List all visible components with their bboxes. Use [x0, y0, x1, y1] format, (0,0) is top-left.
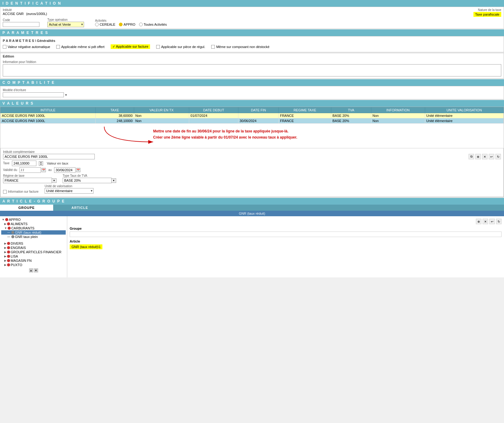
sigma-button[interactable]: Σ: [39, 161, 43, 166]
activite-cereale-item[interactable]: CEREALE: [95, 23, 115, 26]
tree-item-groupe-fin[interactable]: ▶ GROUPE ARTICLES FINANCIER: [1, 250, 66, 254]
taxe-input[interactable]: [12, 161, 36, 166]
row2-valeur: Non: [134, 118, 189, 124]
add-icon[interactable]: ⊕: [475, 154, 481, 159]
tree-item-gnr-reduit[interactable]: — GNR (taux réduit): [1, 230, 66, 235]
tree-item-gnr-plein[interactable]: — GNR taux plein: [1, 235, 66, 239]
tree-label-magasin-fn: MAGASIN FN: [11, 259, 31, 262]
tree-item-lisa[interactable]: ▶ LISA: [1, 254, 66, 258]
engrais-expander-icon: ▶: [4, 246, 6, 249]
tree-item-carburants[interactable]: ▼ CARBURANTS: [1, 226, 66, 230]
ag-delete-icon[interactable]: ✕: [483, 219, 488, 224]
modele-expand-icon[interactable]: ▼: [64, 93, 68, 97]
valeur-negative-item[interactable]: Valeur négative automatique: [3, 45, 50, 49]
ag-detail-panel: ⊕ ✕ ↩ ↻ Groupe Article GNR (taux réduit)…: [67, 216, 504, 277]
validite-to-input[interactable]: [54, 167, 75, 173]
carburants-icon: [8, 227, 11, 230]
puxto-expander-icon: ▶: [4, 263, 6, 266]
tree-item-appro[interactable]: ▼ APPRO: [1, 217, 66, 222]
valeurs-table: INTITULE TAXE VALEUR EN TX DATE DEBUT DA…: [0, 107, 504, 124]
ag-add-icon[interactable]: ⊕: [476, 219, 481, 224]
tree-label-carburants: CARBURANTS: [11, 226, 35, 230]
applicable-piece-item[interactable]: Applicable sur pièce de régul.: [156, 45, 205, 49]
col-unite: UNITE VALORISATION: [425, 107, 504, 113]
tab-article[interactable]: ARTICLE: [53, 205, 107, 211]
applicable-piece-label: Applicable sur pièce de régul.: [161, 45, 205, 49]
tree-item-magasin-fn[interactable]: ▶ MAGASIN FN: [1, 258, 66, 263]
aliments-icon: [7, 222, 10, 225]
activite-toutes-item[interactable]: Toutes Activités: [139, 23, 167, 26]
nature-taxe-value: Taxe parafiscale: [473, 12, 502, 17]
intitule-comp-input[interactable]: [3, 154, 95, 159]
appro-radio-icon: [119, 23, 123, 26]
info-facture-item[interactable]: Information sur facture: [3, 190, 39, 194]
applicable-facture-label: ✓ Applicable sur facture: [111, 44, 150, 49]
row2-date-fin: 30/06/2024: [238, 118, 278, 124]
row1-info: Non: [371, 113, 425, 118]
undo-icon[interactable]: ↩: [489, 154, 494, 159]
activite-appro-item[interactable]: APPRO: [119, 23, 135, 26]
tree-item-engrais[interactable]: ▶ ENGRAIS: [1, 246, 66, 250]
magasin-fn-expander-icon: ▶: [4, 259, 6, 262]
tree-label-engrais: ENGRAIS: [11, 246, 26, 250]
cereale-radio-icon: [95, 23, 99, 26]
row2-tva: BASE 20%: [331, 118, 371, 124]
regime-arrow-icon[interactable]: ▼: [52, 178, 57, 183]
delete-icon[interactable]: ✕: [482, 154, 487, 159]
col-tva: TVA: [331, 107, 371, 113]
validite-from-input[interactable]: [20, 167, 41, 173]
tree-item-aliments[interactable]: ▶ ALIMENTS: [1, 222, 66, 226]
tree-label-appro: APPRO: [9, 218, 21, 221]
identification-header: I D E N T I F I C A T I O N: [0, 0, 504, 7]
col-intitule: INTITULE: [1, 107, 96, 113]
table-row[interactable]: ACCISE EUROS PAR 1000L 248,10000 Non 30/…: [1, 118, 504, 124]
intitule-label: Intitulé: [3, 8, 47, 12]
gnr-reduit-expander-icon: —: [7, 231, 10, 234]
type-operation-select[interactable]: Achat et Vente: [47, 22, 84, 27]
article-groupe-header: A R T I C L E - G R O U P E: [0, 198, 504, 205]
unite-val-label: Unité de valorisation: [45, 184, 94, 188]
ag-undo-icon[interactable]: ↩: [489, 219, 495, 224]
tree-item-puxto[interactable]: ▶ PUXTO: [1, 263, 66, 267]
tab-groupe[interactable]: GROUPE: [0, 205, 53, 211]
row2-date-debut: [189, 118, 238, 124]
applicable-meme-item[interactable]: Applicable même si pdt offert: [56, 45, 105, 49]
regime-label: Régime de taxe: [3, 174, 57, 177]
type-taux-arrow-icon[interactable]: ▼: [112, 178, 116, 183]
col-valeur: VALEUR EN TX: [134, 107, 189, 113]
groupe-detail-input[interactable]: [70, 232, 502, 237]
regime-input[interactable]: [3, 178, 52, 183]
valeurs-detail-panel: Intitulé complémentaire ⧉ ⊕ ✕ ↩ ↻: [0, 148, 504, 197]
col-taxe: TAXE: [95, 107, 134, 113]
article-value: GNR (taux réduit)\1: [70, 244, 102, 249]
meme-composant-item[interactable]: Même sur composant non déstocké: [211, 45, 269, 49]
tree-item-divers[interactable]: ▶ DIVERS: [1, 241, 66, 246]
tree-scroll-down[interactable]: ▼: [34, 268, 38, 273]
valeur-negative-label: Valeur négative automatique: [8, 45, 50, 49]
edition-header: Edition: [3, 54, 501, 59]
row1-taxe: 38,60000: [95, 113, 134, 118]
gnr-plein-icon: [11, 235, 14, 238]
table-row[interactable]: ACCISE EUROS PAR 1000L 38,60000 Non 01/0…: [1, 113, 504, 118]
validite-au-label: au: [48, 168, 52, 172]
applicable-facture-item[interactable]: ✓ Applicable sur facture: [111, 44, 150, 49]
applicable-meme-checkbox: [56, 45, 60, 49]
code-label: Code: [3, 18, 42, 22]
appro-icon: [5, 218, 8, 221]
groupe-fin-icon: [7, 250, 10, 254]
valeur-en-taux-label: Valeur en taux: [47, 161, 68, 165]
applicable-meme-label: Applicable même si pdt offert: [61, 45, 105, 49]
ag-tree: ▼ APPRO ▶ ALIMENTS ▼ CARBURANTS —: [0, 216, 67, 277]
copy-icon[interactable]: ⧉: [469, 154, 474, 159]
unite-val-select[interactable]: Unité élémentaire: [45, 188, 94, 194]
toutes-radio-icon: [139, 23, 143, 26]
tree-scroll-up[interactable]: ▲: [29, 268, 33, 273]
parametres-sub-header: P A R A M E T R E S \ Généralités: [3, 38, 501, 43]
validite-from-calendar-icon[interactable]: 📅: [42, 168, 46, 172]
redo-icon[interactable]: ↻: [495, 154, 501, 159]
validite-to-calendar-icon[interactable]: 📅: [76, 168, 80, 172]
type-operation-label: Type opération: [47, 18, 84, 21]
ag-redo-icon[interactable]: ↻: [496, 219, 502, 224]
type-taux-input[interactable]: [63, 178, 112, 183]
gnr-reduit-icon: [11, 231, 14, 234]
